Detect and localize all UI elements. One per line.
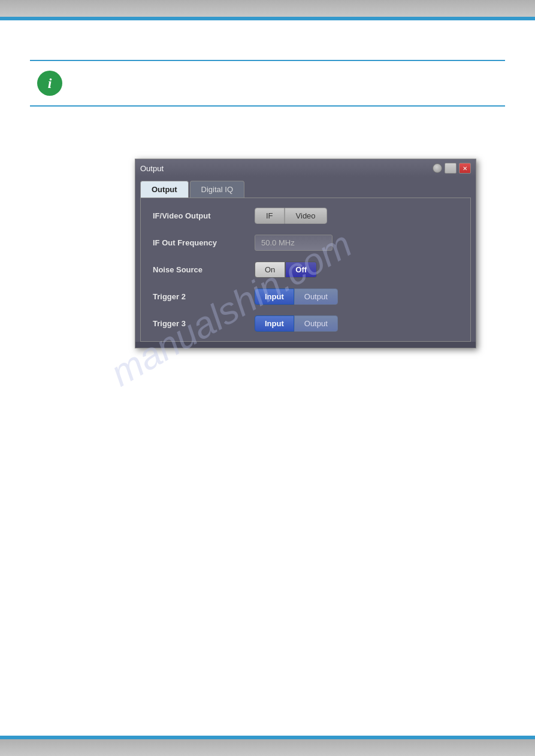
if-freq-row: IF Out Frequency	[153, 235, 458, 251]
info-icon: i	[37, 71, 62, 96]
trigger2-btn-group: Input Output	[255, 289, 338, 305]
tab-digital-iq[interactable]: Digital IQ	[190, 181, 244, 198]
video-button[interactable]: Video	[285, 208, 327, 224]
dialog-title: Output	[140, 164, 164, 173]
trigger2-input-button[interactable]: Input	[255, 289, 294, 305]
minimize-button[interactable]	[445, 163, 457, 174]
dialog-content: Output Digital IQ IF/Video Output IF Vid…	[135, 177, 476, 342]
noise-source-row: Noise Source On Off	[153, 262, 458, 278]
trigger3-input-button[interactable]: Input	[255, 315, 294, 332]
dialog-container: Output ✕ Output Digital IQ IF/Video Outp…	[135, 159, 476, 348]
if-button[interactable]: IF	[255, 208, 285, 224]
trigger2-row: Trigger 2 Input Output	[153, 289, 458, 305]
tab-output[interactable]: Output	[140, 181, 189, 198]
if-video-btn-group: IF Video	[255, 208, 327, 224]
trigger3-row: Trigger 3 Input Output	[153, 315, 458, 332]
dialog-titlebar: Output ✕	[135, 159, 476, 177]
titlebar-controls: ✕	[433, 163, 471, 174]
if-video-label: IF/Video Output	[153, 211, 255, 220]
trigger3-btn-group: Input Output	[255, 315, 338, 332]
trigger3-output-button[interactable]: Output	[294, 315, 338, 332]
noise-on-button[interactable]: On	[255, 262, 285, 278]
info-section: i	[30, 60, 505, 107]
titlebar-circle-icon	[433, 163, 442, 173]
if-freq-input[interactable]	[255, 235, 333, 251]
noise-source-btn-group: On Off	[255, 262, 317, 278]
dialog-window: Output ✕ Output Digital IQ IF/Video Outp…	[135, 159, 476, 348]
top-bar-blue-accent	[0, 17, 535, 20]
close-button[interactable]: ✕	[459, 163, 471, 174]
noise-off-button[interactable]: Off	[285, 262, 317, 278]
trigger2-output-button[interactable]: Output	[294, 289, 338, 305]
dialog-form: IF/Video Output IF Video IF Out Frequenc…	[140, 198, 471, 342]
bottom-bar	[0, 739, 535, 756]
dialog-tabs: Output Digital IQ	[135, 177, 476, 198]
trigger3-label: Trigger 3	[153, 319, 255, 328]
if-video-row: IF/Video Output IF Video	[153, 208, 458, 224]
if-freq-label: IF Out Frequency	[153, 238, 255, 247]
trigger2-label: Trigger 2	[153, 292, 255, 301]
noise-source-label: Noise Source	[153, 265, 255, 274]
top-bar	[0, 0, 535, 17]
